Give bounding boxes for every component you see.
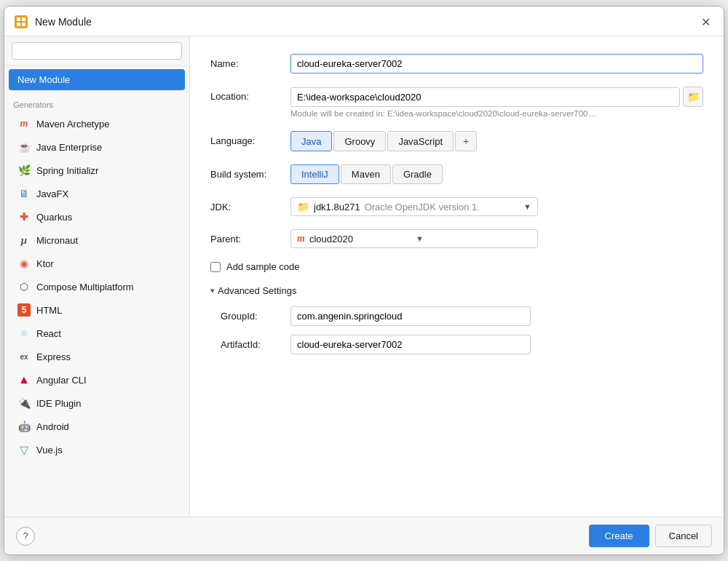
sidebar-item-react[interactable]: ⚛ React bbox=[9, 322, 185, 344]
sidebar-item-spring-initializr[interactable]: 🌿 Spring Initializr bbox=[9, 159, 185, 181]
sidebar-label: Micronaut bbox=[36, 235, 78, 246]
sidebar-label: JavaFX bbox=[36, 188, 68, 199]
groupid-row: GroupId: bbox=[221, 306, 703, 326]
search-input[interactable] bbox=[12, 42, 182, 60]
new-module-dialog: New Module ✕ New Module Generators m Mav… bbox=[4, 6, 724, 555]
language-button-group: Java Groovy JavaScript + bbox=[290, 131, 703, 151]
sample-code-label[interactable]: Add sample code bbox=[226, 261, 299, 272]
sidebar-item-new-module[interactable]: New Module bbox=[9, 69, 185, 90]
sidebar-item-ide-plugin[interactable]: 🔌 IDE Plugin bbox=[9, 392, 185, 414]
location-hint: Module will be created in: E:\idea-works… bbox=[290, 109, 703, 118]
jdk-field: 📁 jdk1.8u271 Oracle OpenJDK version 1. ▼ bbox=[290, 197, 703, 216]
footer-buttons: Create Cancel bbox=[589, 525, 713, 547]
parent-value: cloud2020 bbox=[309, 234, 353, 244]
advanced-fields: GroupId: ArtifactId: bbox=[210, 306, 703, 354]
location-input[interactable] bbox=[290, 87, 680, 107]
jdk-row: JDK: 📁 jdk1.8u271 Oracle OpenJDK version… bbox=[210, 197, 703, 216]
sidebar-item-html[interactable]: 5 HTML bbox=[9, 299, 185, 321]
advanced-section: ▾ Advanced Settings GroupId: ArtifactId: bbox=[210, 285, 703, 354]
sidebar-item-compose-multiplatform[interactable]: ⬡ Compose Multiplatform bbox=[9, 276, 185, 298]
ide-icon: 🔌 bbox=[17, 397, 31, 410]
sample-code-row: Add sample code bbox=[210, 261, 703, 272]
build-intellij-button[interactable]: IntelliJ bbox=[290, 164, 339, 184]
language-add-button[interactable]: + bbox=[455, 131, 477, 151]
sidebar-label: Vue.js bbox=[36, 445, 63, 455]
name-row: Name: bbox=[210, 54, 703, 73]
build-system-field: IntelliJ Maven Gradle bbox=[290, 164, 703, 184]
svg-rect-0 bbox=[15, 15, 28, 28]
sidebar-item-java-enterprise[interactable]: ☕ Java Enterprise bbox=[9, 136, 185, 158]
build-maven-button[interactable]: Maven bbox=[341, 164, 391, 184]
react-icon: ⚛ bbox=[17, 327, 31, 340]
sidebar-label: Java Enterprise bbox=[36, 142, 102, 153]
artifactid-input[interactable] bbox=[290, 335, 531, 354]
location-label: Location: bbox=[210, 87, 290, 102]
spring-icon: 🌿 bbox=[17, 164, 31, 177]
help-button[interactable]: ? bbox=[16, 527, 35, 546]
quarkus-icon: ✚ bbox=[17, 210, 31, 223]
jdk-chevron-icon: ▼ bbox=[523, 202, 531, 211]
name-input[interactable] bbox=[290, 54, 703, 73]
vue-icon: ▽ bbox=[17, 443, 31, 456]
sidebar-item-micronaut[interactable]: μ Micronaut bbox=[9, 229, 185, 251]
language-label: Language: bbox=[210, 131, 290, 146]
sidebar-item-ktor[interactable]: ◉ Ktor bbox=[9, 252, 185, 274]
language-row: Language: Java Groovy JavaScript + bbox=[210, 131, 703, 151]
language-groovy-button[interactable]: Groovy bbox=[333, 131, 386, 151]
parent-label: Parent: bbox=[210, 229, 290, 244]
svg-rect-1 bbox=[17, 17, 20, 21]
sidebar-label: HTML bbox=[36, 305, 62, 316]
dialog-icon bbox=[13, 14, 29, 30]
title-bar-left: New Module bbox=[13, 14, 92, 30]
build-system-label: Build system: bbox=[210, 164, 290, 180]
sidebar-label: Spring Initializr bbox=[36, 165, 98, 176]
build-gradle-button[interactable]: Gradle bbox=[392, 164, 443, 184]
sidebar-item-javafx[interactable]: 🖥 JavaFX bbox=[9, 183, 185, 204]
sidebar-label: Android bbox=[36, 421, 69, 432]
search-box bbox=[4, 36, 189, 66]
browse-folder-button[interactable]: 📁 bbox=[683, 87, 703, 107]
location-field: 📁 Module will be created in: E:\idea-wor… bbox=[290, 87, 703, 118]
dialog-title: New Module bbox=[35, 16, 92, 28]
jdk-dropdown[interactable]: 📁 jdk1.8u271 Oracle OpenJDK version 1. ▼ bbox=[290, 197, 538, 216]
name-field bbox=[290, 54, 703, 73]
close-button[interactable]: ✕ bbox=[697, 14, 713, 30]
dialog-footer: ? Create Cancel bbox=[4, 517, 724, 554]
jdk-version: Oracle OpenJDK version 1. bbox=[365, 202, 480, 212]
sidebar-label: Maven Archetype bbox=[36, 119, 109, 130]
create-button[interactable]: Create bbox=[589, 525, 649, 547]
sidebar: New Module Generators m Maven Archetype … bbox=[4, 36, 190, 517]
express-icon: ex bbox=[17, 350, 31, 363]
groupid-input[interactable] bbox=[290, 306, 531, 326]
sample-code-checkbox[interactable] bbox=[210, 262, 221, 272]
compose-icon: ⬡ bbox=[17, 280, 31, 293]
advanced-toggle[interactable]: ▾ Advanced Settings bbox=[210, 285, 703, 296]
parent-chevron-icon: ▼ bbox=[416, 234, 424, 243]
sidebar-item-vue-js[interactable]: ▽ Vue.js bbox=[9, 439, 185, 461]
sidebar-item-quarkus[interactable]: ✚ Quarkus bbox=[9, 206, 185, 228]
artifactid-label: ArtifactId: bbox=[221, 339, 290, 350]
parent-dropdown[interactable]: m cloud2020 ▼ bbox=[290, 229, 538, 248]
sidebar-item-maven-archetype[interactable]: m Maven Archetype bbox=[9, 113, 185, 135]
html-icon: 5 bbox=[17, 303, 31, 317]
angular-icon: ▲ bbox=[17, 373, 31, 386]
jdk-name: jdk1.8u271 bbox=[314, 202, 360, 212]
svg-rect-4 bbox=[22, 23, 25, 26]
sidebar-item-android[interactable]: 🤖 Android bbox=[9, 415, 185, 437]
language-java-button[interactable]: Java bbox=[290, 131, 332, 151]
name-label: Name: bbox=[210, 54, 290, 69]
title-bar: New Module ✕ bbox=[4, 7, 724, 36]
sidebar-label: Angular CLI bbox=[36, 375, 87, 386]
android-icon: 🤖 bbox=[17, 420, 31, 433]
groupid-label: GroupId: bbox=[221, 311, 290, 322]
sidebar-label: Quarkus bbox=[36, 212, 72, 223]
sidebar-item-express[interactable]: ex Express bbox=[9, 346, 185, 367]
generators-label: Generators bbox=[4, 93, 189, 112]
language-javascript-button[interactable]: JavaScript bbox=[387, 131, 454, 151]
sidebar-label: Express bbox=[36, 351, 71, 362]
main-content: Name: Location: 📁 Module will be created… bbox=[190, 36, 724, 517]
sidebar-item-angular-cli[interactable]: ▲ Angular CLI bbox=[9, 369, 185, 391]
jdk-folder-icon: 📁 bbox=[297, 201, 309, 212]
sidebar-label: Ktor bbox=[36, 258, 54, 269]
cancel-button[interactable]: Cancel bbox=[655, 525, 712, 547]
